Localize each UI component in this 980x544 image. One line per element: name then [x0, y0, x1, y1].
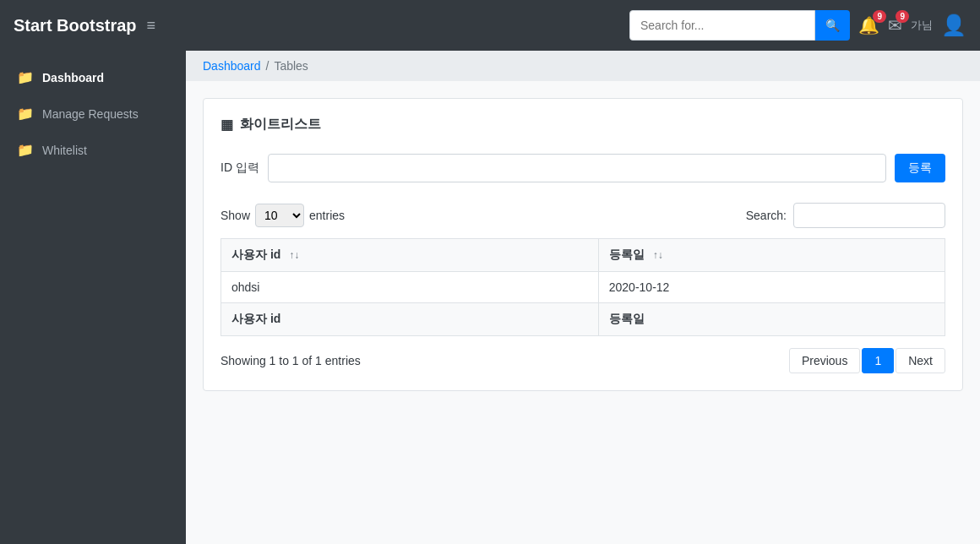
page-1-button[interactable]: 1: [862, 348, 894, 373]
sort-icon-reg-date: ↑↓: [653, 249, 663, 261]
navbar: Start Bootstrap ≡ 🔍 🔔 9 ✉ 9 가님 👤: [0, 0, 980, 51]
main-content: Dashboard / Tables ▦ 화이트리스트 ID 입력 등록 Sho…: [186, 51, 980, 544]
register-button[interactable]: 등록: [895, 154, 945, 182]
avatar[interactable]: 👤: [941, 14, 966, 37]
notification-icon[interactable]: 🔔 9: [858, 15, 879, 35]
breadcrumb-current: Tables: [274, 59, 308, 73]
menu-toggle-button[interactable]: ≡: [147, 17, 156, 35]
footer-col-user-id: 사용자 id: [221, 303, 599, 336]
navbar-left: Start Bootstrap ≡: [14, 16, 155, 35]
dashboard-icon: 📁: [17, 69, 34, 85]
sort-icon-user-id: ↑↓: [289, 249, 299, 261]
showing-text: Showing 1 to 1 of 1 entries: [220, 354, 361, 367]
table-search-input[interactable]: [793, 203, 945, 228]
whitelist-table: 사용자 id ↑↓ 등록일 ↑↓ ohdsi 2020-10-12: [220, 238, 945, 336]
sidebar-item-dashboard[interactable]: 📁 Dashboard: [0, 59, 186, 95]
card-title: ▦ 화이트리스트: [220, 116, 945, 133]
search-form: 🔍: [629, 10, 850, 41]
id-label: ID 입력: [220, 160, 259, 176]
breadcrumb-separator: /: [266, 59, 270, 73]
id-input-row: ID 입력 등록: [220, 147, 945, 189]
table-header-row: 사용자 id ↑↓ 등록일 ↑↓: [221, 239, 945, 272]
table-icon: ▦: [220, 117, 233, 133]
table-row: ohdsi 2020-10-12: [221, 272, 945, 303]
table-footer-row: 사용자 id 등록일: [221, 303, 945, 336]
breadcrumb: Dashboard / Tables: [186, 51, 980, 81]
messages-badge: 9: [896, 10, 909, 23]
card-title-text: 화이트리스트: [240, 116, 321, 133]
sidebar: 📁 Dashboard 📁 Manage Requests 📁 Whitelis…: [0, 51, 186, 544]
col-header-reg-date[interactable]: 등록일 ↑↓: [598, 239, 945, 272]
col-label-user-id: 사용자 id: [231, 248, 280, 261]
messages-icon[interactable]: ✉ 9: [888, 15, 902, 35]
whitelist-icon: 📁: [17, 142, 34, 158]
col-header-user-id[interactable]: 사용자 id ↑↓: [221, 239, 599, 272]
table-footer: Showing 1 to 1 of 1 entries Previous 1 N…: [220, 348, 945, 373]
pagination: Previous 1 Next: [789, 348, 945, 373]
id-input-field[interactable]: [268, 154, 886, 182]
breadcrumb-home[interactable]: Dashboard: [203, 59, 261, 73]
sidebar-item-label-manage-requests: Manage Requests: [42, 107, 139, 121]
previous-button[interactable]: Previous: [789, 348, 860, 373]
sidebar-item-whitelist[interactable]: 📁 Whitelist: [0, 132, 186, 168]
next-button[interactable]: Next: [896, 348, 945, 373]
show-label: Show: [220, 209, 250, 222]
whitelist-card: ▦ 화이트리스트 ID 입력 등록 Show 10 25 50 100: [203, 98, 963, 391]
table-controls: Show 10 25 50 100 entries Search:: [220, 203, 945, 228]
table-body: ohdsi 2020-10-12: [221, 272, 945, 303]
layout: 📁 Dashboard 📁 Manage Requests 📁 Whitelis…: [0, 51, 980, 544]
table-search-row: Search:: [746, 203, 945, 228]
sidebar-item-label-whitelist: Whitelist: [42, 144, 87, 157]
search-input[interactable]: [629, 10, 815, 41]
show-entries-control: Show 10 25 50 100 entries: [220, 204, 345, 227]
navbar-brand[interactable]: Start Bootstrap: [14, 16, 137, 35]
entries-select[interactable]: 10 25 50 100: [255, 204, 304, 227]
navbar-right: 🔍 🔔 9 ✉ 9 가님 👤: [629, 10, 966, 41]
notification-badge: 9: [873, 10, 886, 23]
cell-reg-date: 2020-10-12: [598, 272, 945, 303]
cell-user-id: ohdsi: [221, 272, 599, 303]
col-label-reg-date: 등록일: [609, 248, 645, 261]
table-search-label: Search:: [746, 209, 787, 222]
entries-label: entries: [309, 209, 345, 222]
footer-col-reg-date: 등록일: [598, 303, 945, 336]
user-label[interactable]: 가님: [911, 18, 933, 33]
sidebar-item-label-dashboard: Dashboard: [42, 71, 104, 84]
manage-requests-icon: 📁: [17, 106, 34, 122]
sidebar-item-manage-requests[interactable]: 📁 Manage Requests: [0, 95, 186, 132]
search-button[interactable]: 🔍: [815, 10, 850, 41]
